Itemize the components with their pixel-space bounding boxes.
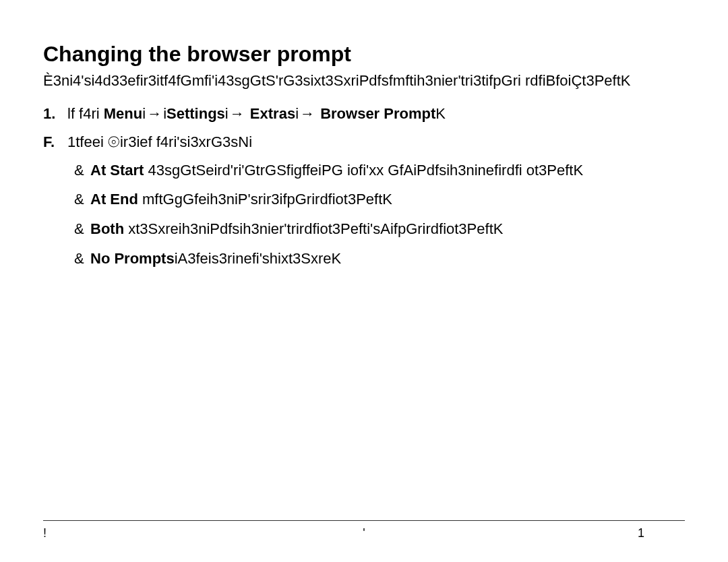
page-title: Changing the browser prompt: [43, 40, 685, 67]
option-label: Both: [90, 220, 124, 237]
footer-left: !: [43, 526, 47, 540]
option-rest: 43sgGtSeird'ri'GtrGSfigffeiPG iofi'xx Gf…: [144, 162, 583, 179]
option-at-end: & At End mftGgGfeih3niP'srir3ifpGrirdfio…: [74, 189, 685, 210]
bullet-icon: &: [74, 249, 90, 269]
step-1-body: lf f4ri Menui→iSettingsi→ Extrasi→ Brows…: [67, 104, 685, 124]
option-label: No Prompts: [90, 250, 175, 267]
arrow-icon: →: [229, 105, 246, 122]
option-rest: iA3feis3rinefi'shixt3SxreK: [175, 250, 342, 267]
step-f-text: 1tfeei ⦾ir3ief f4ri'si3xrG3sNi: [67, 133, 252, 150]
arrow-icon: →: [146, 105, 163, 122]
arrow-icon: →: [299, 105, 316, 122]
step-f-body: 1tfeei ⦾ir3ief f4ri'si3xrG3sNi & At Star…: [67, 132, 685, 278]
footer-page-number: 1: [638, 526, 685, 540]
option-both: & Both xt3Sxreih3niPdfsih3nier'trirdfiot…: [74, 219, 685, 239]
bullet-icon: &: [74, 160, 90, 181]
browser-prompt-label: Browser Prompt: [320, 105, 435, 122]
option-at-start: & At Start 43sgGtSeird'ri'GtrGSfigffeiPG…: [74, 160, 685, 181]
option-body: No PromptsiA3feis3rinefi'shixt3SxreK: [90, 249, 685, 269]
option-body: At End mftGgGfeih3niP'srir3ifpGrirdfiot3…: [90, 189, 685, 210]
steps-list: 1. lf f4ri Menui→iSettingsi→ Extrasi→ Br…: [43, 104, 685, 278]
page-footer: ! ' 1: [43, 520, 685, 540]
option-no-prompts: & No PromptsiA3feis3rinefi'shixt3SxreK: [74, 249, 685, 269]
step-1-tail: K: [435, 105, 446, 122]
sep-i-3: i: [225, 105, 229, 122]
step-f: F. 1tfeei ⦾ir3ief f4ri'si3xrG3sNi & At S…: [43, 132, 685, 278]
bullet-icon: &: [74, 189, 90, 210]
option-rest: xt3Sxreih3niPdfsih3nier'trirdfiot3Pefti'…: [124, 220, 503, 237]
extras-label: Extras: [250, 105, 295, 122]
options-list: & At Start 43sgGtSeird'ri'GtrGSfigffeiPG…: [67, 160, 685, 269]
option-label: At Start: [90, 162, 144, 179]
settings-label: Settings: [166, 105, 225, 122]
step-1-lead: lf f4ri: [67, 105, 104, 122]
step-f-marker: F.: [43, 132, 67, 278]
step-1: 1. lf f4ri Menui→iSettingsi→ Extrasi→ Br…: [43, 104, 685, 124]
option-body: At Start 43sgGtSeird'ri'GtrGSfigffeiPG i…: [90, 160, 685, 181]
option-rest: mftGgGfeih3niP'srir3ifpGrirdfiot3PeftK: [138, 191, 392, 208]
option-body: Both xt3Sxreih3niPdfsih3nier'trirdfiot3P…: [90, 219, 685, 239]
intro-paragraph: È3ni4'si4d33efir3itf4fGmfi'i43sgGtS'rG3s…: [43, 71, 685, 90]
menu-label: Menu: [104, 105, 142, 122]
option-label: At End: [90, 191, 138, 208]
footer-center: ': [43, 526, 685, 540]
step-1-marker: 1.: [43, 104, 67, 124]
bullet-icon: &: [74, 219, 90, 239]
page: Changing the browser prompt È3ni4'si4d33…: [0, 0, 728, 562]
